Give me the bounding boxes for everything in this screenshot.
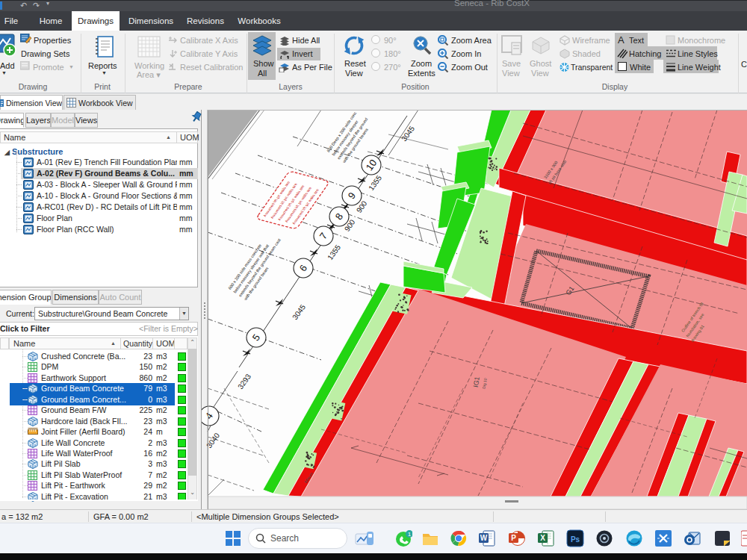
svg-text:W: W <box>480 534 488 542</box>
svg-text:X: X <box>540 534 545 542</box>
svg-text:1: 1 <box>408 531 412 538</box>
svg-text:P: P <box>511 534 516 542</box>
svg-text:Ps: Ps <box>571 535 580 544</box>
